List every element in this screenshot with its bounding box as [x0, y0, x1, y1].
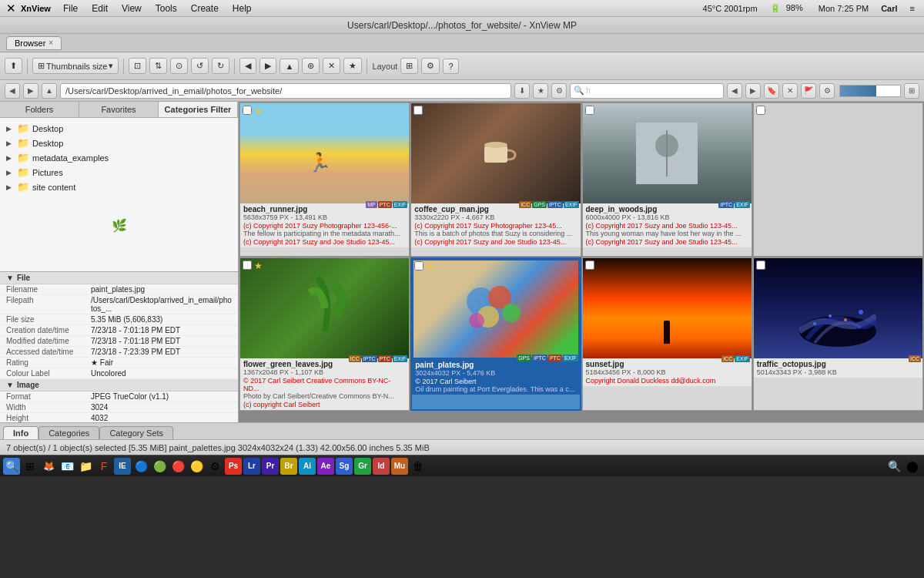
- addr-flag[interactable]: 🚩: [801, 83, 816, 99]
- toolbar-rotate-btn[interactable]: ↺: [191, 58, 209, 74]
- addr-settings-btn[interactable]: ⚙: [551, 83, 567, 99]
- thumb-beach-runner[interactable]: ★ ● MP PTC EXIF beach_runner.jpg 5638x37…: [239, 102, 410, 257]
- taskbar-icon6[interactable]: 🔵: [132, 458, 149, 475]
- meta-value: 4032: [91, 414, 108, 422]
- zoom-slider[interactable]: [839, 85, 901, 97]
- addr-grid-btn[interactable]: ⊞: [904, 83, 919, 99]
- right-panel[interactable]: ★ ● MP PTC EXIF beach_runner.jpg 5638x37…: [239, 102, 924, 422]
- toolbar-refresh-btn[interactable]: ↻: [212, 58, 229, 74]
- thumb-checkbox[interactable]: [414, 261, 424, 271]
- folder-item-desktop2[interactable]: ▶ 📁 Desktop: [0, 136, 238, 150]
- toolbar-view-btn[interactable]: ⊡: [129, 58, 146, 74]
- addr-forward-btn[interactable]: ▶: [23, 83, 38, 99]
- thumb-checkbox[interactable]: [756, 260, 765, 270]
- toolbar-nav-btn[interactable]: ⬆: [5, 58, 22, 74]
- taskbar-icon18[interactable]: Gr: [354, 458, 371, 475]
- folder-item-pictures[interactable]: ▶ 📁 Pictures: [0, 165, 238, 180]
- addr-star-btn[interactable]: ★: [533, 83, 548, 99]
- taskbar-finder[interactable]: 🔍: [3, 458, 20, 475]
- taskbar-icon14[interactable]: Br: [280, 458, 297, 475]
- thumb-checkbox[interactable]: [756, 106, 765, 115]
- titlebar: Users/carl/Desktop/.../photos_for_websit…: [0, 17, 924, 34]
- taskbar-icon7[interactable]: 🟢: [151, 458, 168, 475]
- toolbar-star-btn[interactable]: ★: [343, 58, 362, 74]
- taskbar-icon20[interactable]: Mu: [391, 458, 408, 475]
- thumb-checkbox[interactable]: [243, 106, 252, 115]
- toolbar-forward-btn[interactable]: ▶: [259, 58, 276, 74]
- bottom-tab-category-sets[interactable]: Category Sets: [99, 426, 173, 439]
- taskbar-icon16[interactable]: Ae: [317, 458, 334, 475]
- taskbar-icon17[interactable]: Sg: [336, 458, 353, 475]
- toolbar-convert-btn[interactable]: ⊛: [302, 58, 320, 74]
- taskbar-launchpad[interactable]: ⊞: [22, 458, 38, 475]
- menu-tools[interactable]: Tools: [149, 2, 183, 15]
- addr-nav-back[interactable]: ◀: [727, 83, 742, 99]
- menu-edit[interactable]: Edit: [85, 2, 114, 15]
- thumb-star-icon[interactable]: ★: [426, 261, 434, 272]
- tab-folders[interactable]: Folders: [0, 102, 79, 117]
- thumb-flower-leaves[interactable]: ★ ICC IPTC PTC EXIF flower_green_leaves.…: [239, 257, 410, 411]
- taskbar-icon8[interactable]: 🔴: [169, 458, 186, 475]
- toolbar-thumbnails-btn[interactable]: ⊞ Thumbnails size ▾: [32, 58, 119, 74]
- toolbar-up-btn[interactable]: ▲: [280, 59, 299, 74]
- menu-view[interactable]: View: [116, 2, 148, 15]
- address-input[interactable]: [60, 83, 511, 99]
- bottom-tab-info[interactable]: Info: [3, 426, 38, 439]
- thumb-checkbox[interactable]: [243, 260, 252, 270]
- addr-go-btn[interactable]: ⬇: [514, 83, 530, 99]
- menu-file[interactable]: File: [57, 2, 84, 15]
- taskbar-icon10[interactable]: ⚙: [206, 458, 223, 475]
- menu-create[interactable]: Create: [185, 2, 225, 15]
- taskbar-icon1[interactable]: 🦊: [40, 458, 57, 475]
- addr-bookmark[interactable]: 🔖: [764, 83, 779, 99]
- taskbar-icon9[interactable]: 🟡: [188, 458, 205, 475]
- thumb-star-icon[interactable]: ★: [254, 260, 263, 271]
- meta-section-image[interactable]: ▼ Image: [0, 379, 238, 391]
- bottom-tab-categories[interactable]: Categories: [38, 426, 99, 439]
- browser-tab-close[interactable]: ×: [49, 39, 53, 47]
- taskbar-icon15[interactable]: Ai: [299, 458, 316, 475]
- thumb-deep-woods[interactable]: IPTC EXIF deep_in_woods.jpg 6000x4000 PX…: [582, 102, 752, 257]
- taskbar-siri[interactable]: ⬤: [904, 458, 921, 475]
- taskbar-icon3[interactable]: 📁: [77, 458, 94, 475]
- taskbar-icon2[interactable]: 📧: [59, 458, 75, 475]
- addr-tools[interactable]: ⚙: [819, 83, 835, 99]
- taskbar-icon12[interactable]: Lr: [243, 458, 260, 475]
- toolbar-back-btn[interactable]: ◀: [239, 58, 256, 74]
- addr-back-btn[interactable]: ◀: [5, 83, 20, 99]
- taskbar-icon4[interactable]: F: [95, 458, 112, 475]
- tab-categories-filter[interactable]: Categories Filter: [159, 102, 238, 117]
- taskbar-finder-right[interactable]: 🔍: [886, 458, 902, 475]
- menu-help[interactable]: Help: [226, 2, 258, 15]
- toolbar-sort-btn[interactable]: ⇅: [149, 58, 167, 74]
- addr-nav-forward[interactable]: ▶: [745, 83, 761, 99]
- meta-section-file[interactable]: ▼ File: [0, 272, 238, 284]
- thumb-traffic[interactable]: ICC traffic_octopus.jpg 5014x3343 PX - 3…: [753, 257, 923, 411]
- toolbar-delete-btn[interactable]: ✕: [323, 58, 340, 74]
- thumb-star-icon[interactable]: ★: [254, 106, 263, 116]
- thumb-paint-plates[interactable]: ★ GPS IPTC PTC EXIF: [410, 257, 581, 411]
- toolbar-filter-btn[interactable]: ⊙: [170, 58, 188, 74]
- toolbar-help-btn[interactable]: ?: [443, 59, 458, 74]
- taskbar-icon11[interactable]: Ps: [225, 458, 242, 475]
- clock: Mon 7:25 PM: [815, 4, 872, 13]
- thumb-sunset[interactable]: ICC EXIF sunset.jpg 5184x3456 PX - 8,000…: [582, 257, 752, 411]
- taskbar-icon19[interactable]: Id: [373, 458, 390, 475]
- taskbar-icon5[interactable]: IE: [114, 458, 131, 475]
- folder-item-desktop1[interactable]: ▶ 📁 Desktop: [0, 121, 238, 136]
- folder-item-metadata[interactable]: ▶ 📁 metadata_examples: [0, 150, 238, 165]
- taskbar-trash[interactable]: 🗑: [410, 458, 427, 475]
- addr-up-btn[interactable]: ▲: [42, 83, 57, 99]
- toolbar-settings-btn[interactable]: ⚙: [421, 58, 440, 74]
- addr-delete[interactable]: ✕: [782, 83, 798, 99]
- toolbar-layout-btn[interactable]: ⊞: [400, 58, 418, 74]
- thumb-checkbox[interactable]: [413, 106, 423, 115]
- thumb-coffee-cup[interactable]: ICC GPS IPTC EXIF coffee_cup_man.jpg 333…: [410, 102, 581, 257]
- browser-tab[interactable]: Browser ×: [6, 36, 62, 50]
- tab-favorites[interactable]: Favorites: [79, 102, 159, 117]
- thumb-checkbox[interactable]: [585, 106, 594, 115]
- taskbar-icon13[interactable]: Pr: [262, 458, 279, 475]
- thumb-checkbox[interactable]: [585, 260, 594, 270]
- folder-item-site-content[interactable]: ▶ 📁 site content: [0, 180, 238, 194]
- search-box[interactable]: 🔍 h: [570, 83, 724, 99]
